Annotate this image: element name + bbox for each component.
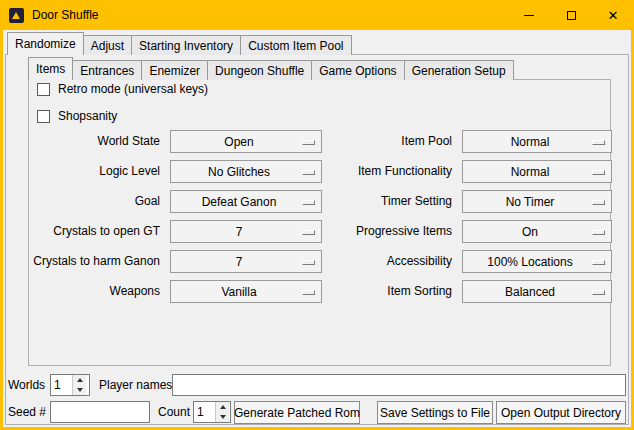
tab-game-options-label: Game Options <box>319 64 396 78</box>
tab-generation-setup[interactable]: Generation Setup <box>404 60 514 80</box>
count-label: Count <box>158 401 190 424</box>
window-title: Door Shuffle <box>32 8 99 22</box>
dropdown-indicator-icon <box>302 200 315 205</box>
minimize-button[interactable] <box>508 0 550 30</box>
tab-randomize-label: Randomize <box>15 37 76 51</box>
crystals-open-gt-value: 7 <box>236 225 257 239</box>
logic-level-label: Logic Level <box>30 160 164 183</box>
progressive-items-value: On <box>522 225 552 239</box>
timer-setting-value: No Timer <box>506 195 569 209</box>
crystals-harm-ganon-label: Crystals to harm Ganon <box>30 250 164 273</box>
tab-randomize[interactable]: Randomize <box>7 32 84 55</box>
count-spin-arrows <box>215 402 229 422</box>
tab-dungeon-shuffle[interactable]: Dungeon Shuffle <box>207 60 312 80</box>
tab-game-options[interactable]: Game Options <box>311 60 404 80</box>
weapons-dropdown[interactable]: Vanilla <box>170 280 322 303</box>
item-pool-dropdown[interactable]: Normal <box>462 130 612 153</box>
seed-label: Seed # <box>8 401 46 424</box>
save-settings-button[interactable]: Save Settings to File <box>377 401 493 424</box>
tab-starting-inventory-label: Starting Inventory <box>139 39 233 53</box>
count-spinbox[interactable] <box>193 401 231 423</box>
logic-level-dropdown[interactable]: No Glitches <box>170 160 322 183</box>
dropdown-indicator-icon <box>302 140 315 145</box>
item-functionality-label: Item Functionality <box>328 160 456 183</box>
tab-enemizer-label: Enemizer <box>149 64 200 78</box>
tab-generation-setup-label: Generation Setup <box>412 64 506 78</box>
options-grid: World State Open Item Pool Normal Logic … <box>30 130 612 303</box>
maximize-icon <box>567 11 576 20</box>
seed-input[interactable] <box>50 401 150 423</box>
item-sorting-label: Item Sorting <box>328 280 456 303</box>
app-icon <box>9 8 24 23</box>
goal-value: Defeat Ganon <box>202 195 291 209</box>
worlds-spinbox[interactable] <box>50 374 90 396</box>
checkbox-shopsanity[interactable]: Shopsanity <box>37 109 117 123</box>
shopsanity-checkbox-box[interactable] <box>37 110 50 123</box>
item-functionality-value: Normal <box>511 165 564 179</box>
tab-starting-inventory[interactable]: Starting Inventory <box>131 35 241 55</box>
open-output-button[interactable]: Open Output Directory <box>496 401 626 424</box>
tab-adjust[interactable]: Adjust <box>83 35 132 55</box>
player-names-input[interactable] <box>172 374 626 396</box>
worlds-input[interactable] <box>51 375 72 395</box>
world-state-value: Open <box>224 135 267 149</box>
shopsanity-label: Shopsanity <box>58 109 117 123</box>
dropdown-indicator-icon <box>302 260 315 265</box>
item-sorting-dropdown[interactable]: Balanced <box>462 280 612 303</box>
progressive-items-dropdown[interactable]: On <box>462 220 612 243</box>
tab-items-label: Items <box>36 62 65 76</box>
dropdown-indicator-icon <box>592 200 605 205</box>
dropdown-indicator-icon <box>592 260 605 265</box>
dropdown-indicator-icon <box>302 230 315 235</box>
weapons-label: Weapons <box>30 280 164 303</box>
top-tab-bar: Randomize Adjust Starting Inventory Cust… <box>7 32 352 55</box>
tab-items[interactable]: Items <box>28 57 73 80</box>
crystals-open-gt-dropdown[interactable]: 7 <box>170 220 322 243</box>
client-area: Randomize Adjust Starting Inventory Cust… <box>3 30 631 427</box>
tab-custom-item-pool[interactable]: Custom Item Pool <box>240 35 351 55</box>
world-state-dropdown[interactable]: Open <box>170 130 322 153</box>
item-pool-value: Normal <box>511 135 564 149</box>
spinner-up-icon[interactable] <box>73 375 86 385</box>
checkbox-retro-mode[interactable]: Retro mode (universal keys) <box>37 82 208 96</box>
accessibility-dropdown[interactable]: 100% Locations <box>462 250 612 273</box>
inner-tab-bar: Items Entrances Enemizer Dungeon Shuffle… <box>28 57 514 80</box>
dropdown-indicator-icon <box>592 140 605 145</box>
count-input[interactable] <box>194 402 215 422</box>
item-pool-label: Item Pool <box>328 130 456 153</box>
goal-dropdown[interactable]: Defeat Ganon <box>170 190 322 213</box>
timer-setting-dropdown[interactable]: No Timer <box>462 190 612 213</box>
tab-entrances[interactable]: Entrances <box>72 60 142 80</box>
titlebar: Door Shuffle ✕ <box>0 0 634 30</box>
tab-entrances-label: Entrances <box>80 64 134 78</box>
multiworld-row: Worlds Player names <box>3 374 631 397</box>
window-controls: ✕ <box>508 0 634 30</box>
dropdown-indicator-icon <box>302 290 315 295</box>
dropdown-indicator-icon <box>592 290 605 295</box>
dropdown-indicator-icon <box>592 230 605 235</box>
maximize-button[interactable] <box>550 0 592 30</box>
tab-adjust-label: Adjust <box>91 39 124 53</box>
tab-enemizer[interactable]: Enemizer <box>141 60 208 80</box>
dropdown-indicator-icon <box>302 170 315 175</box>
logic-level-value: No Glitches <box>208 165 284 179</box>
generate-rom-button[interactable]: Generate Patched Rom <box>234 401 360 424</box>
timer-setting-label: Timer Setting <box>328 190 456 213</box>
worlds-label: Worlds <box>8 374 45 397</box>
retro-mode-checkbox-box[interactable] <box>37 83 50 96</box>
tab-dungeon-shuffle-label: Dungeon Shuffle <box>215 64 304 78</box>
item-functionality-dropdown[interactable]: Normal <box>462 160 612 183</box>
crystals-harm-ganon-dropdown[interactable]: 7 <box>170 250 322 273</box>
minimize-icon <box>524 15 534 16</box>
crystals-harm-ganon-value: 7 <box>236 255 257 269</box>
close-button[interactable]: ✕ <box>592 0 634 30</box>
spinner-up-icon[interactable] <box>216 402 229 412</box>
accessibility-value: 100% Locations <box>487 255 586 269</box>
worlds-spin-arrows <box>72 375 86 395</box>
weapons-value: Vanilla <box>221 285 270 299</box>
dropdown-indicator-icon <box>592 170 605 175</box>
spinner-down-icon[interactable] <box>73 385 86 395</box>
item-sorting-value: Balanced <box>505 285 569 299</box>
spinner-down-icon[interactable] <box>216 412 229 422</box>
tab-custom-item-pool-label: Custom Item Pool <box>248 39 343 53</box>
